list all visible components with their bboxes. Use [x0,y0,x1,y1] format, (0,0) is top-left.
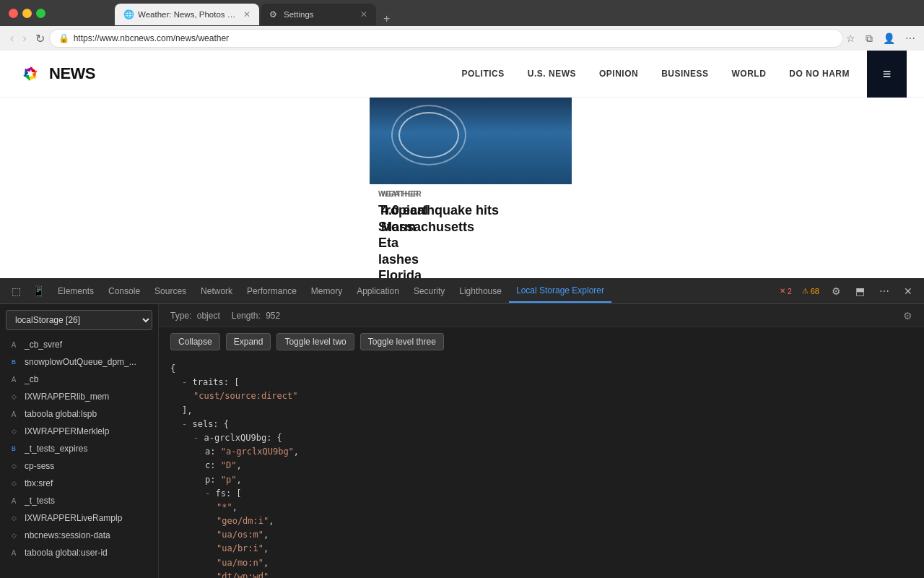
type-label: Type: object [170,311,220,321]
sidebar-item-label-1: _cb_svref [25,340,149,350]
nav-opinion[interactable]: OPINION [599,69,638,79]
sidebar-item-ixwrapper-live[interactable]: ◇ IXWRAPPERLiveRamplp [0,509,158,527]
action-bar: Collapse Expand Toggle level two Toggle … [159,327,924,356]
sidebar-item-label-6: IXWRAPPERMerklelp [25,426,149,436]
sidebar-item-label-10: _t_tests [25,496,149,506]
tab-close-1[interactable]: ✕ [243,9,250,20]
sidebar-item-ixwrapper-merkle[interactable]: ◇ IXWRAPPERMerklelp [0,423,158,440]
new-tab-button[interactable]: + [378,12,396,25]
toolbar-icons: ☆ ⧉ 👤 ⋯ [843,31,918,46]
sidebar-item-cp-sess[interactable]: ◇ cp-sess [0,457,158,475]
sidebar-item-label-7: _t_tests_expires [25,444,149,454]
sidebar-item-snowplow[interactable]: B snowplowOutQueue_dpm_... [0,353,158,371]
tab-application[interactable]: Application [349,280,406,302]
nav-us-news[interactable]: U.S. NEWS [528,69,576,79]
article-tag-2: WEATHER [370,190,572,198]
error-count-badge: ✕ 2 [776,285,796,297]
tab-lighthouse[interactable]: Lighthouse [452,280,509,302]
devtools-body: localStorage [26] A _cb_svref B snowplow… [0,304,924,578]
refresh-button[interactable]: ↻ [31,29,49,48]
tab-elements[interactable]: Elements [51,280,101,302]
tab-settings[interactable]: ⚙ Settings ✕ [261,4,376,25]
json-line: a: "a-grclxQU9bg", [170,445,912,459]
tab-memory[interactable]: Memory [304,280,349,302]
error-icon: ✕ [780,287,785,295]
sidebar-item-icon-3: A [9,376,19,384]
profile-button[interactable]: 👤 [880,31,898,46]
more-button[interactable]: ⋯ [902,31,918,46]
panel-settings-button[interactable]: ⚙ [903,310,912,322]
json-line: ], [170,404,912,418]
forward-button[interactable]: › [18,29,30,48]
back-button[interactable]: ‹ [6,29,18,48]
extension-button[interactable]: ⧉ [863,31,876,46]
sidebar-item-taboola-user[interactable]: A taboola global:user-id [0,544,158,561]
devtools-settings-button[interactable]: ⚙ [826,281,847,301]
sidebar-item-ixwrapper-lib[interactable]: ◇ IXWRAPPERlib_mem [0,388,158,405]
devtools-toolbar: ⬚ 📱 Elements Console Sources Network Per… [0,278,924,304]
toggle-level-two-button[interactable]: Toggle level two [276,333,354,350]
url-bar[interactable]: 🔒 https://www.nbcnews.com/news/weather [49,29,843,48]
lock-icon: 🔒 [58,33,69,43]
tab-console[interactable]: Console [101,280,147,302]
expand-button[interactable]: Expand [226,333,271,350]
maximize-window-button[interactable] [36,9,45,18]
warning-count-badge: ⚠ 68 [798,285,823,297]
tab-sources[interactable]: Sources [147,280,193,302]
sidebar-item-taboola-lspb[interactable]: A taboola global:lspb [0,405,158,423]
title-bar: 🌐 Weather: News, Photos &amp;... ✕ ⚙ Set… [0,0,924,26]
sidebar-item-icon-9: ◇ [9,480,19,487]
tab-favicon-1: 🌐 [123,9,134,20]
sidebar-item-icon-5: A [9,410,19,418]
sidebar-item-icon-13: A [9,549,19,557]
devtools-close-button[interactable]: ✕ [898,281,918,301]
article-card-2[interactable]: WEATHER 4.0 earthquake hits Massachusett… [370,98,572,278]
tab-security[interactable]: Security [406,280,452,302]
sidebar-item-icon-7: B [9,445,19,452]
sidebar-item-icon-12: ◇ [9,532,19,539]
sidebar-item-tbx-sref[interactable]: ◇ tbx:sref [0,475,158,492]
sidebar-item-nbcnews-session[interactable]: ◇ nbcnews:session-data [0,527,158,544]
nav-politics[interactable]: POLITICS [461,69,504,79]
devtools-inspect-button[interactable]: ⬚ [6,281,27,301]
bookmark-button[interactable]: ☆ [843,31,858,46]
tab-local-storage-explorer[interactable]: Local Storage Explorer [509,280,611,303]
json-line: "*", [170,501,912,514]
type-key: Type: [170,311,191,321]
devtools-dock-button[interactable]: ⬒ [850,281,871,301]
sidebar-item-cb[interactable]: A _cb [0,371,158,388]
sidebar-item-label-9: tbx:sref [25,478,149,488]
tab-performance[interactable]: Performance [240,280,304,302]
tab-close-2[interactable]: ✕ [360,9,367,20]
nav-business[interactable]: BUSINESS [661,69,708,79]
nav-world[interactable]: WORLD [732,69,767,79]
collapse-button[interactable]: Collapse [170,333,220,350]
sidebar-item-label-11: IXWRAPPERLiveRamplp [25,513,149,523]
storage-selector[interactable]: localStorage [26] [6,310,152,330]
tab-network[interactable]: Network [193,280,240,302]
sidebar-item-t-tests[interactable]: A _t_tests [0,492,158,509]
article-title-2: 4.0 earthquake hits Massachusetts [370,198,572,235]
sidebar-item-cb-svref[interactable]: A _cb_svref [0,336,158,353]
article-card-1[interactable]: WEATHER Tropical Storm Eta lashes Florid… [0,98,367,278]
json-line: c: "D", [170,459,912,473]
address-bar-row: ‹ › ↻ 🔒 https://www.nbcnews.com/news/wea… [0,26,924,51]
devtools-device-button[interactable]: 📱 [27,281,51,301]
length-label: Length: 952 [232,311,280,321]
toggle-level-three-button[interactable]: Toggle level three [360,333,444,350]
json-content-area[interactable]: { - traits: [ "cust/source:direct" ], - … [159,356,924,578]
close-window-button[interactable] [9,9,18,18]
sidebar-item-icon-4: ◇ [9,393,19,400]
devtools-more-button[interactable]: ⋯ [873,281,895,301]
sidebar-item-icon-10: A [9,497,19,505]
nbc-header: NEWS POLITICS U.S. NEWS OPINION BUSINESS… [0,51,924,98]
sidebar-item-label-5: taboola global:lspb [25,409,149,419]
length-value: 952 [266,311,280,321]
tab-weather[interactable]: 🌐 Weather: News, Photos &amp;... ✕ [115,4,259,25]
sidebar-item-label-2: snowplowOutQueue_dpm_... [25,357,149,367]
minimize-window-button[interactable] [22,9,32,18]
sidebar-item-t-tests-expires[interactable]: B _t_tests_expires [0,440,158,457]
nav-do-no-harm[interactable]: DO NO HARM [789,69,850,79]
nbc-menu-button[interactable]: ≡ [867,51,907,98]
json-line: "cust/source:direct" [170,389,912,403]
